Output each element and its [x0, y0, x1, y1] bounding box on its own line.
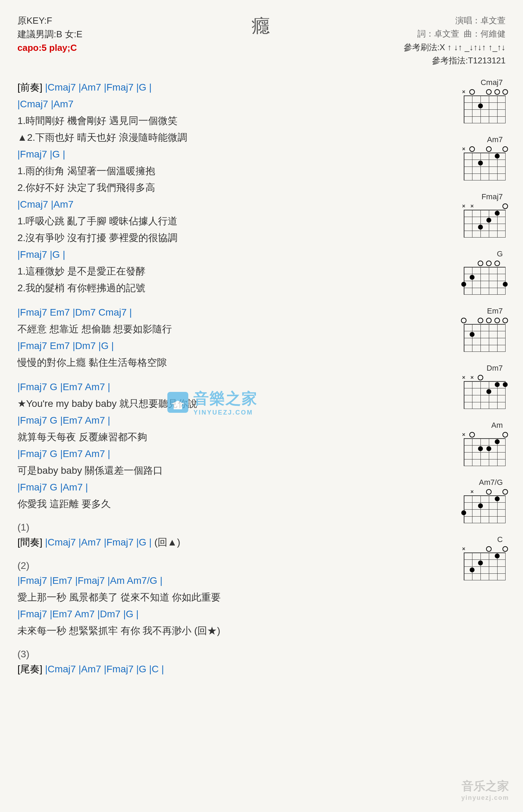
chord-diagram: G	[429, 249, 506, 296]
suggested-key: 建議男調:B 女:E	[17, 28, 164, 41]
body: [前奏] |Cmaj7 |Am7 |Fmaj7 |G | |Cmaj7 |Am7…	[17, 78, 506, 679]
strum-pattern: 參考刷法:X ↑ ↓↑ _↓↑↓↑ ↑_↑↓	[359, 41, 506, 54]
watermark: 音樂之家 YINYUEZJ.COM	[167, 388, 258, 416]
section-number: (1)	[17, 522, 429, 533]
fretboard-icon: ×	[464, 146, 506, 180]
lyric-line: 1.雨的街角 渴望著一個溫暖擁抱	[17, 164, 429, 178]
chord-diagram: Fmaj7××	[429, 192, 506, 239]
chord-sheet: 原KEY:F 建議男調:B 女:E capo:5 play;C 癮 演唱：卓文萱…	[0, 0, 523, 812]
footer-watermark: 音乐之家 yinyuezj.com	[461, 778, 509, 802]
lyric-line: 未來每一秒 想緊緊抓牢 有你 我不再渺小 (回★)	[17, 624, 429, 638]
fretboard-icon: ××	[464, 374, 506, 409]
finger-pattern: 參考指法:T1213121	[359, 54, 506, 67]
chord-line: |Fmaj7 Em7 |Dm7 |G |	[17, 339, 429, 353]
fretboard-icon: ×	[464, 488, 506, 523]
lyric-line: ▲2.下雨也好 晴天也好 浪漫隨時能微調	[17, 130, 429, 145]
intro-label: [前奏]	[17, 82, 43, 93]
chord-line: |Fmaj7 Em7 |Dm7 Cmaj7 |	[17, 305, 429, 320]
fretboard-icon	[464, 260, 506, 295]
lyric-line: 2.沒有爭吵 沒有打擾 夢裡愛的很協調	[17, 231, 429, 245]
capo-info: capo:5 play;C	[17, 41, 164, 55]
chord-diagram: Dm7××	[429, 364, 506, 410]
chord-line: |Fmaj7 G |Am7 |	[17, 480, 429, 495]
header: 原KEY:F 建議男調:B 女:E capo:5 play;C 癮 演唱：卓文萱…	[17, 14, 506, 68]
chord-diagram: Am7×	[429, 135, 506, 182]
lyric-line: 愛上那一秒 風景都美了 從來不知道 你如此重要	[17, 590, 429, 605]
main-column: [前奏] |Cmaj7 |Am7 |Fmaj7 |G | |Cmaj7 |Am7…	[17, 78, 429, 679]
fretboard-icon: ×	[464, 546, 506, 580]
interlude-line: [間奏] |Cmaj7 |Am7 |Fmaj7 |G | (回▲)	[17, 535, 429, 550]
chord-diagram: Am7/G×	[429, 478, 506, 525]
chord-line: |Fmaj7 |Em7 Am7 |Dm7 |G |	[17, 607, 429, 621]
chord-line: |Fmaj7 |G |	[17, 247, 429, 262]
lyric-line: 1.這種微妙 是不是愛正在發酵	[17, 264, 429, 279]
chord-line: |Fmaj7 |Em7 |Fmaj7 |Am Am7/G |	[17, 573, 429, 588]
house-icon	[167, 392, 188, 413]
chord-line: |Cmaj7 |Am7	[17, 197, 429, 212]
prechorus-block: |Fmaj7 Em7 |Dm7 Cmaj7 | 不經意 想靠近 想偷聽 想要如影…	[17, 305, 429, 370]
chord-line: |Fmaj7 G |Em7 Am7 |	[17, 447, 429, 461]
chord-line: |Cmaj7 |Am7	[17, 97, 429, 111]
watermark-text: 音樂之家	[194, 388, 258, 409]
chord-diagrams-column: Cmaj7× Am7× Fmaj7×× G Em7 Dm7×× Am× Am7/…	[429, 78, 506, 679]
section-number: (3)	[17, 649, 429, 660]
fretboard-icon: ×	[464, 431, 506, 466]
outro-line: [尾奏] |Cmaj7 |Am7 |Fmaj7 |G |C |	[17, 662, 429, 676]
bridge-block: |Fmaj7 |Em7 |Fmaj7 |Am Am7/G | 愛上那一秒 風景都…	[17, 573, 429, 638]
chord-diagram: Em7	[429, 307, 506, 353]
chord-line: |Fmaj7 |G |	[17, 147, 429, 162]
lyric-line: 不經意 想靠近 想偷聽 想要如影隨行	[17, 322, 429, 337]
lyric-line: 就算每天每夜 反覆練習都不夠	[17, 430, 429, 444]
lyric-line: 2.我的髮梢 有你輕拂過的記號	[17, 281, 429, 295]
section-number: (2)	[17, 560, 429, 571]
watermark-sub: YINYUEZJ.COM	[194, 409, 258, 416]
original-key: 原KEY:F	[17, 14, 164, 28]
singer-line: 演唱：卓文萱	[359, 14, 506, 27]
chord-diagram: Cmaj7×	[429, 78, 506, 125]
verse-block: |Cmaj7 |Am7 1.時間剛好 機會剛好 遇見同一個微笑 ▲2.下雨也好 …	[17, 97, 429, 295]
header-right: 演唱：卓文萱 詞：卓文萱 曲：何維健 參考刷法:X ↑ ↓↑ _↓↑↓↑ ↑_↑…	[359, 14, 506, 68]
lyric-line: 1.呼吸心跳 亂了手腳 曖昧佔據人行道	[17, 214, 429, 229]
chord-diagram: C×	[429, 535, 506, 582]
fretboard-icon	[464, 317, 506, 352]
intro-line: [前奏] |Cmaj7 |Am7 |Fmaj7 |G |	[17, 80, 429, 95]
intro-chords: |Cmaj7 |Am7 |Fmaj7 |G |	[45, 82, 152, 93]
fretboard-icon: ×	[464, 88, 506, 123]
lyric-line: 可是baby baby 關係還差一個路口	[17, 463, 429, 478]
lyric-line: 2.你好不好 決定了我們飛得多高	[17, 180, 429, 195]
fretboard-icon: ××	[464, 203, 506, 238]
lyric-line: 你愛我 這距離 要多久	[17, 497, 429, 511]
lyric-line: 慢慢的對你上癮 黏住生活每格空隙	[17, 355, 429, 370]
song-title: 癮	[164, 14, 359, 38]
header-left: 原KEY:F 建議男調:B 女:E capo:5 play;C	[17, 14, 164, 55]
lyric-line: 1.時間剛好 機會剛好 遇見同一個微笑	[17, 114, 429, 128]
chord-diagram: Am×	[429, 421, 506, 467]
credits-line: 詞：卓文萱 曲：何維健	[359, 27, 506, 40]
